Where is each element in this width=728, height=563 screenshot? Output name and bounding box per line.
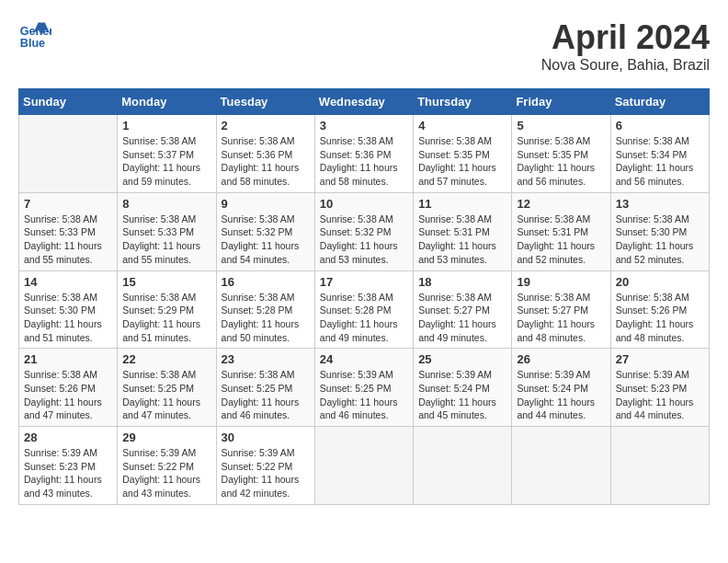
day-info: Sunrise: 5:38 AM Sunset: 5:31 PM Dayligh…	[517, 213, 605, 267]
day-number: 11	[418, 197, 506, 211]
day-number: 19	[517, 275, 605, 289]
month-year-title: April 2024	[541, 18, 710, 57]
day-cell: 15Sunrise: 5:38 AM Sunset: 5:29 PM Dayli…	[118, 270, 216, 349]
day-cell: 2Sunrise: 5:38 AM Sunset: 5:36 PM Daylig…	[216, 115, 314, 193]
day-number: 24	[320, 352, 408, 366]
day-cell: 5Sunrise: 5:38 AM Sunset: 5:35 PM Daylig…	[512, 115, 610, 193]
day-cell	[19, 115, 118, 193]
day-cell	[314, 427, 413, 505]
day-number: 6	[616, 119, 704, 132]
day-cell: 27Sunrise: 5:39 AM Sunset: 5:23 PM Dayli…	[610, 349, 709, 427]
day-number: 25	[418, 352, 506, 366]
day-cell: 18Sunrise: 5:38 AM Sunset: 5:27 PM Dayli…	[414, 270, 512, 349]
day-cell: 24Sunrise: 5:39 AM Sunset: 5:25 PM Dayli…	[314, 349, 413, 427]
day-cell: 20Sunrise: 5:38 AM Sunset: 5:26 PM Dayli…	[610, 270, 709, 349]
day-cell: 28Sunrise: 5:39 AM Sunset: 5:23 PM Dayli…	[19, 427, 118, 505]
day-number: 4	[418, 119, 506, 132]
week-row-3: 14Sunrise: 5:38 AM Sunset: 5:30 PM Dayli…	[19, 270, 710, 349]
day-number: 9	[222, 197, 310, 211]
day-number: 30	[222, 431, 310, 444]
day-number: 13	[616, 197, 704, 211]
calendar-header: SundayMondayTuesdayWednesdayThursdayFrid…	[19, 89, 710, 115]
header-cell-wednesday: Wednesday	[314, 89, 413, 115]
day-info: Sunrise: 5:38 AM Sunset: 5:33 PM Dayligh…	[122, 213, 210, 267]
day-info: Sunrise: 5:38 AM Sunset: 5:36 PM Dayligh…	[222, 134, 310, 189]
day-number: 14	[24, 275, 112, 289]
day-number: 20	[616, 275, 704, 289]
week-row-5: 28Sunrise: 5:39 AM Sunset: 5:23 PM Dayli…	[19, 427, 710, 505]
location-subtitle: Nova Soure, Bahia, Brazil	[541, 57, 710, 74]
day-cell	[610, 427, 709, 505]
day-number: 8	[122, 197, 210, 211]
day-info: Sunrise: 5:38 AM Sunset: 5:30 PM Dayligh…	[24, 291, 112, 345]
day-cell: 22Sunrise: 5:38 AM Sunset: 5:25 PM Dayli…	[118, 349, 216, 427]
day-cell: 25Sunrise: 5:39 AM Sunset: 5:24 PM Dayli…	[414, 349, 512, 427]
day-cell: 14Sunrise: 5:38 AM Sunset: 5:30 PM Dayli…	[19, 270, 118, 349]
day-cell: 16Sunrise: 5:38 AM Sunset: 5:28 PM Dayli…	[216, 270, 314, 349]
week-row-2: 7Sunrise: 5:38 AM Sunset: 5:33 PM Daylig…	[19, 192, 710, 270]
day-cell: 21Sunrise: 5:38 AM Sunset: 5:26 PM Dayli…	[19, 349, 118, 427]
day-info: Sunrise: 5:38 AM Sunset: 5:25 PM Dayligh…	[222, 368, 310, 422]
title-area: April 2024 Nova Soure, Bahia, Brazil	[541, 18, 710, 74]
day-cell: 30Sunrise: 5:39 AM Sunset: 5:22 PM Dayli…	[216, 427, 314, 505]
day-info: Sunrise: 5:39 AM Sunset: 5:23 PM Dayligh…	[616, 368, 704, 422]
header-cell-tuesday: Tuesday	[216, 89, 314, 115]
day-info: Sunrise: 5:38 AM Sunset: 5:32 PM Dayligh…	[320, 213, 408, 267]
day-cell: 26Sunrise: 5:39 AM Sunset: 5:24 PM Dayli…	[512, 349, 610, 427]
header: General Blue April 2024 Nova Soure, Bahi…	[18, 18, 710, 74]
day-cell: 7Sunrise: 5:38 AM Sunset: 5:33 PM Daylig…	[19, 192, 118, 270]
day-info: Sunrise: 5:38 AM Sunset: 5:37 PM Dayligh…	[122, 134, 210, 189]
day-number: 18	[418, 275, 506, 289]
logo-icon: General Blue	[18, 18, 51, 52]
day-number: 7	[24, 197, 112, 211]
day-info: Sunrise: 5:38 AM Sunset: 5:26 PM Dayligh…	[616, 291, 704, 345]
header-cell-friday: Friday	[512, 89, 610, 115]
day-cell: 23Sunrise: 5:38 AM Sunset: 5:25 PM Dayli…	[216, 349, 314, 427]
day-info: Sunrise: 5:39 AM Sunset: 5:22 PM Dayligh…	[122, 446, 210, 500]
calendar-body: 1Sunrise: 5:38 AM Sunset: 5:37 PM Daylig…	[19, 115, 710, 505]
day-info: Sunrise: 5:39 AM Sunset: 5:25 PM Dayligh…	[320, 368, 408, 422]
day-info: Sunrise: 5:38 AM Sunset: 5:26 PM Dayligh…	[24, 368, 112, 422]
header-row: SundayMondayTuesdayWednesdayThursdayFrid…	[19, 89, 710, 115]
day-number: 26	[517, 352, 605, 366]
day-info: Sunrise: 5:38 AM Sunset: 5:35 PM Dayligh…	[418, 134, 506, 189]
day-number: 10	[320, 197, 408, 211]
day-info: Sunrise: 5:38 AM Sunset: 5:30 PM Dayligh…	[616, 213, 704, 267]
day-cell: 3Sunrise: 5:38 AM Sunset: 5:36 PM Daylig…	[314, 115, 413, 193]
day-number: 5	[517, 119, 605, 132]
day-cell: 8Sunrise: 5:38 AM Sunset: 5:33 PM Daylig…	[118, 192, 216, 270]
day-info: Sunrise: 5:39 AM Sunset: 5:24 PM Dayligh…	[418, 368, 506, 422]
day-cell: 12Sunrise: 5:38 AM Sunset: 5:31 PM Dayli…	[512, 192, 610, 270]
day-number: 22	[122, 352, 210, 366]
week-row-1: 1Sunrise: 5:38 AM Sunset: 5:37 PM Daylig…	[19, 115, 710, 193]
day-number: 15	[122, 275, 210, 289]
day-info: Sunrise: 5:39 AM Sunset: 5:24 PM Dayligh…	[517, 368, 605, 422]
day-info: Sunrise: 5:38 AM Sunset: 5:29 PM Dayligh…	[122, 291, 210, 345]
day-info: Sunrise: 5:39 AM Sunset: 5:23 PM Dayligh…	[24, 446, 112, 500]
header-cell-monday: Monday	[118, 89, 216, 115]
day-number: 23	[222, 352, 310, 366]
day-cell: 17Sunrise: 5:38 AM Sunset: 5:28 PM Dayli…	[314, 270, 413, 349]
day-number: 2	[222, 119, 310, 132]
day-cell: 13Sunrise: 5:38 AM Sunset: 5:30 PM Dayli…	[610, 192, 709, 270]
calendar-table: SundayMondayTuesdayWednesdayThursdayFrid…	[18, 88, 710, 505]
day-info: Sunrise: 5:38 AM Sunset: 5:27 PM Dayligh…	[517, 291, 605, 345]
day-info: Sunrise: 5:39 AM Sunset: 5:22 PM Dayligh…	[222, 446, 310, 500]
day-info: Sunrise: 5:38 AM Sunset: 5:28 PM Dayligh…	[320, 291, 408, 345]
day-info: Sunrise: 5:38 AM Sunset: 5:31 PM Dayligh…	[418, 213, 506, 267]
day-cell: 11Sunrise: 5:38 AM Sunset: 5:31 PM Dayli…	[414, 192, 512, 270]
day-cell: 6Sunrise: 5:38 AM Sunset: 5:34 PM Daylig…	[610, 115, 709, 193]
day-number: 28	[24, 431, 112, 444]
day-number: 16	[222, 275, 310, 289]
day-number: 29	[122, 431, 210, 444]
week-row-4: 21Sunrise: 5:38 AM Sunset: 5:26 PM Dayli…	[19, 349, 710, 427]
day-number: 3	[320, 119, 408, 132]
day-cell: 9Sunrise: 5:38 AM Sunset: 5:32 PM Daylig…	[216, 192, 314, 270]
header-cell-thursday: Thursday	[414, 89, 512, 115]
day-info: Sunrise: 5:38 AM Sunset: 5:25 PM Dayligh…	[122, 368, 210, 422]
day-info: Sunrise: 5:38 AM Sunset: 5:27 PM Dayligh…	[418, 291, 506, 345]
header-cell-saturday: Saturday	[610, 89, 709, 115]
day-number: 17	[320, 275, 408, 289]
day-number: 12	[517, 197, 605, 211]
day-number: 21	[24, 352, 112, 366]
